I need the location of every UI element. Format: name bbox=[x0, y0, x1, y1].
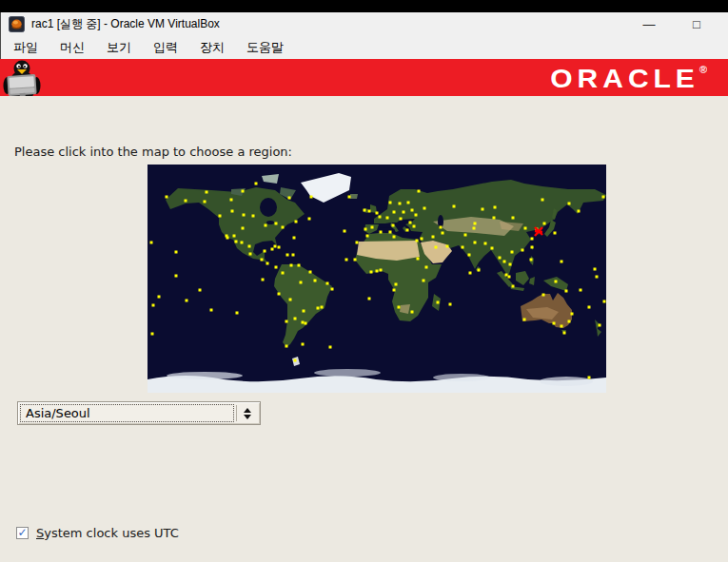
arrow-up-icon bbox=[244, 408, 251, 413]
menu-view[interactable]: 보기 bbox=[97, 36, 141, 59]
menu-file[interactable]: 파일 bbox=[4, 36, 48, 59]
titlebar[interactable]: rac1 [실행 중] - Oracle VM VirtualBox — □ bbox=[0, 12, 728, 36]
window-controls: — □ bbox=[635, 12, 711, 36]
window-frame-top bbox=[0, 0, 728, 12]
timezone-select[interactable]: Asia/Seoul bbox=[17, 401, 261, 425]
checkmark-icon: ✓ bbox=[17, 528, 27, 538]
utc-option-row: ✓ System clock uses UTC bbox=[16, 526, 179, 540]
menu-devices[interactable]: 장치 bbox=[190, 36, 234, 59]
oracle-banner: ORACLE® bbox=[0, 59, 728, 96]
map-hudson-bay bbox=[260, 198, 277, 217]
spinner-arrows-icon[interactable] bbox=[237, 404, 258, 422]
registered-mark: ® bbox=[699, 65, 707, 75]
menu-help[interactable]: 도움말 bbox=[237, 36, 293, 59]
map-instruction: Please click into the map to choose a re… bbox=[14, 145, 292, 159]
menubar: 파일 머신 보기 입력 장치 도움말 bbox=[0, 36, 728, 59]
menu-machine[interactable]: 머신 bbox=[50, 36, 94, 59]
oracle-logo: ORACLE® bbox=[550, 64, 707, 93]
arrow-down-icon bbox=[244, 415, 251, 419]
timezone-select-value: Asia/Seoul bbox=[20, 404, 234, 422]
minimize-button[interactable]: — bbox=[635, 12, 663, 36]
window-title: rac1 [실행 중] - Oracle VM VirtualBox bbox=[31, 16, 220, 32]
menu-input[interactable]: 입력 bbox=[144, 36, 187, 59]
map-great-lakes bbox=[266, 221, 274, 224]
utc-label: System clock uses UTC bbox=[36, 526, 179, 540]
maximize-button[interactable]: □ bbox=[682, 12, 711, 36]
timezone-world-map[interactable] bbox=[148, 165, 606, 393]
virtualbox-icon bbox=[9, 16, 25, 32]
utc-checkbox[interactable]: ✓ bbox=[16, 527, 29, 539]
